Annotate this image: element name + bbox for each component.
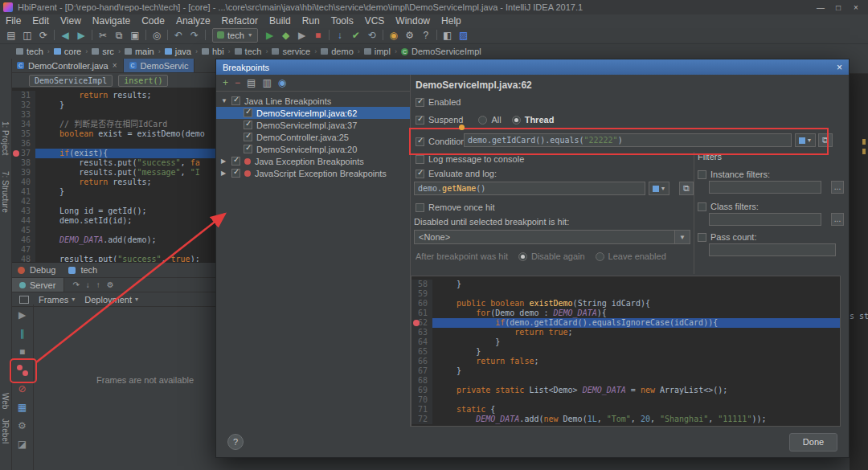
line-number-gutter[interactable]: 69 bbox=[411, 386, 432, 395]
filter-breakpoints-icon[interactable]: ◉ bbox=[278, 77, 286, 88]
evaluate-history-button[interactable]: ▼ bbox=[649, 182, 669, 195]
code-line[interactable]: 67 } bbox=[411, 366, 840, 376]
disabled-until-dropdown[interactable]: <None> ▼ bbox=[414, 230, 690, 244]
breakpoint-checkbox[interactable] bbox=[244, 133, 252, 141]
line-number-gutter[interactable]: 59 bbox=[411, 289, 432, 299]
menu-analyze[interactable]: Analyze bbox=[170, 15, 216, 27]
code-line[interactable]: 70 bbox=[411, 395, 840, 405]
breakpoint-icon[interactable] bbox=[13, 150, 19, 157]
search-everywhere-icon[interactable]: ◉ bbox=[386, 27, 402, 43]
menu-edit[interactable]: Edit bbox=[27, 15, 55, 27]
preview-editor[interactable]: 58 }5960 public boolean existDemo(String… bbox=[411, 276, 841, 427]
maximize-button[interactable]: □ bbox=[829, 3, 847, 12]
suspend-all-radio[interactable] bbox=[478, 116, 487, 125]
mute-breakpoints-icon[interactable]: ⊘ bbox=[17, 383, 28, 394]
debug-settings-icon[interactable]: ⚙ bbox=[107, 280, 114, 289]
stop-icon[interactable]: ■ bbox=[17, 346, 28, 358]
settings-icon[interactable]: ⚙ bbox=[17, 420, 28, 431]
evaluate-checkbox[interactable] bbox=[416, 170, 424, 178]
line-number-gutter[interactable]: 67 bbox=[411, 366, 432, 376]
vcs-update-icon[interactable]: ↓ bbox=[332, 27, 348, 43]
menu-refactor[interactable]: Refactor bbox=[216, 15, 264, 27]
editor-tab[interactable]: CDemoServic bbox=[124, 59, 195, 72]
coverage-icon[interactable]: ▶ bbox=[294, 27, 310, 43]
undo-icon[interactable]: ↶ bbox=[170, 27, 186, 43]
frames-dropdown[interactable]: Frames ▾ bbox=[39, 295, 75, 304]
server-tab[interactable]: Server bbox=[11, 278, 64, 292]
code-line[interactable]: 62 if(demo.getIdCard().equalsIgnoreCase(… bbox=[411, 318, 840, 328]
breakpoint-group[interactable]: ▼Java Line Breakpoints bbox=[216, 95, 410, 107]
settings-icon[interactable]: ⚙ bbox=[402, 27, 418, 43]
breadcrumb-item-DemoServiceImpl[interactable]: CDemoServiceImpl bbox=[401, 47, 481, 56]
disable-again-radio[interactable] bbox=[518, 252, 527, 261]
save-icon[interactable]: ◫ bbox=[19, 27, 35, 43]
line-number-gutter[interactable]: 47 bbox=[11, 245, 35, 255]
breadcrumb-item-core[interactable]: core bbox=[54, 47, 81, 56]
close-button[interactable]: × bbox=[847, 3, 865, 12]
close-icon[interactable]: × bbox=[113, 61, 117, 70]
line-number-gutter[interactable]: 61 bbox=[411, 309, 432, 318]
suspend-thread-radio[interactable] bbox=[512, 116, 521, 125]
code-line[interactable]: 63 return true; bbox=[411, 328, 840, 337]
nav-chip[interactable]: insert() bbox=[118, 75, 168, 87]
chevron-expanded-icon[interactable]: ▼ bbox=[221, 97, 227, 104]
line-number-gutter[interactable]: 37 bbox=[11, 149, 35, 158]
filter-more-button[interactable]: ... bbox=[831, 213, 844, 226]
breadcrumb-item-demo[interactable]: demo bbox=[321, 47, 354, 56]
line-number-gutter[interactable]: 64 bbox=[411, 337, 432, 347]
line-number-gutter[interactable]: 33 bbox=[11, 110, 35, 120]
line-number-gutter[interactable]: 65 bbox=[411, 347, 432, 357]
remove-once-checkbox[interactable] bbox=[416, 203, 424, 212]
open-icon[interactable]: ▤ bbox=[3, 27, 19, 43]
line-number-gutter[interactable]: 46 bbox=[11, 235, 35, 245]
step-over-icon[interactable]: ↷ bbox=[72, 280, 79, 289]
code-line[interactable]: 72 DEMO_DATA.add(new Demo(1L, "Tom", 20,… bbox=[411, 415, 840, 424]
breadcrumb-item-impl[interactable]: impl bbox=[364, 47, 391, 56]
filter-checkbox[interactable] bbox=[698, 170, 706, 179]
resume-icon[interactable]: ▶ bbox=[17, 309, 28, 321]
chevron-collapsed-icon[interactable]: ▶ bbox=[221, 170, 227, 177]
paste-icon[interactable]: ▣ bbox=[127, 27, 143, 43]
menu-vcs[interactable]: VCS bbox=[359, 15, 391, 27]
code-line[interactable]: 59 bbox=[411, 289, 840, 299]
tool-stripe-project[interactable]: 1: Project bbox=[1, 121, 10, 155]
breakpoint-group[interactable]: ▶JavaScript Exception Breakpoints bbox=[216, 167, 410, 179]
line-number-gutter[interactable]: 38 bbox=[11, 158, 35, 168]
breakpoint-group[interactable]: ▶Java Exception Breakpoints bbox=[216, 155, 410, 167]
menu-build[interactable]: Build bbox=[264, 15, 297, 27]
remove-breakpoint-icon[interactable]: − bbox=[235, 77, 240, 88]
breadcrumb-item-tech[interactable]: tech bbox=[16, 47, 43, 56]
group-checkbox[interactable] bbox=[231, 157, 240, 166]
group-by-class-icon[interactable]: ▥ bbox=[262, 77, 271, 88]
line-number-gutter[interactable]: 58 bbox=[411, 280, 432, 289]
run-config-combo[interactable]: tech▼ bbox=[212, 28, 258, 43]
breakpoint-item[interactable]: DemoServiceImpl.java:20 bbox=[216, 143, 410, 155]
line-number-gutter[interactable]: 72 bbox=[411, 415, 432, 424]
dialog-title-bar[interactable]: Breakpoints × bbox=[216, 59, 849, 75]
code-line[interactable]: 64 } bbox=[411, 337, 840, 347]
suspend-checkbox[interactable] bbox=[416, 116, 424, 125]
line-number-gutter[interactable]: 41 bbox=[11, 187, 35, 197]
help-icon[interactable]: ? bbox=[418, 27, 434, 43]
menu-file[interactable]: File bbox=[0, 15, 27, 27]
tool-stripe-jrebel[interactable]: JRebel bbox=[1, 419, 10, 443]
filter-more-button[interactable]: ... bbox=[831, 181, 844, 194]
condition-field[interactable]: demo.getIdCard().equals("22222") bbox=[464, 133, 792, 147]
breakpoint-icon[interactable] bbox=[413, 320, 420, 326]
debug-tab[interactable]: Debug bbox=[30, 265, 55, 275]
filter-field[interactable] bbox=[709, 181, 821, 194]
menu-run[interactable]: Run bbox=[297, 15, 326, 27]
breadcrumb-item-hbi[interactable]: hbi bbox=[202, 47, 224, 56]
line-number-gutter[interactable]: 45 bbox=[11, 226, 35, 235]
breadcrumb-item-tech[interactable]: tech bbox=[235, 47, 262, 56]
line-number-gutter[interactable]: 62 bbox=[411, 318, 432, 328]
condition-checkbox[interactable] bbox=[416, 137, 424, 146]
line-number-gutter[interactable]: 68 bbox=[411, 376, 432, 386]
menu-window[interactable]: Window bbox=[390, 15, 436, 27]
line-number-gutter[interactable]: 36 bbox=[11, 139, 35, 149]
evaluate-field[interactable]: demo.getName() bbox=[414, 182, 645, 195]
line-number-gutter[interactable]: 42 bbox=[11, 197, 35, 206]
cut-icon[interactable]: ✂ bbox=[95, 27, 111, 43]
step-into-icon[interactable]: ↓ bbox=[86, 280, 90, 289]
step-out-icon[interactable]: ↑ bbox=[96, 280, 100, 289]
